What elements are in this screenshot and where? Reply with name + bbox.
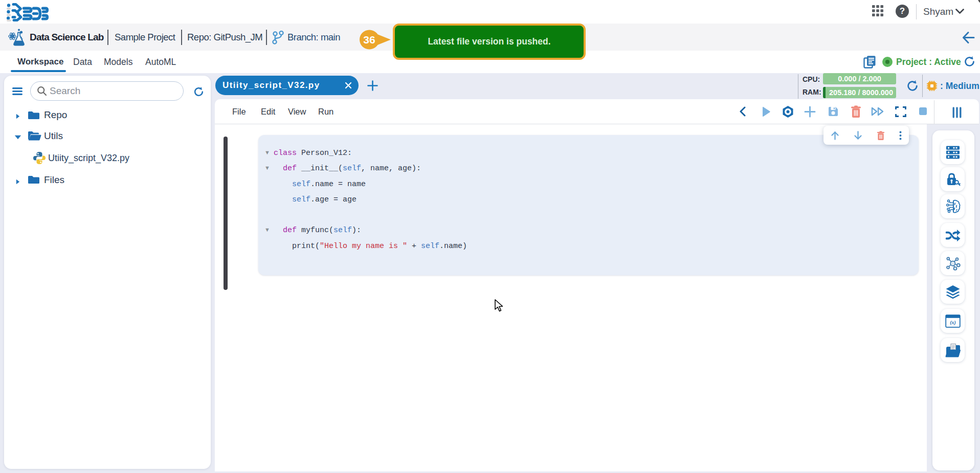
- svg-text:(x): (x): [950, 319, 956, 325]
- svg-text:36: 36: [363, 34, 375, 46]
